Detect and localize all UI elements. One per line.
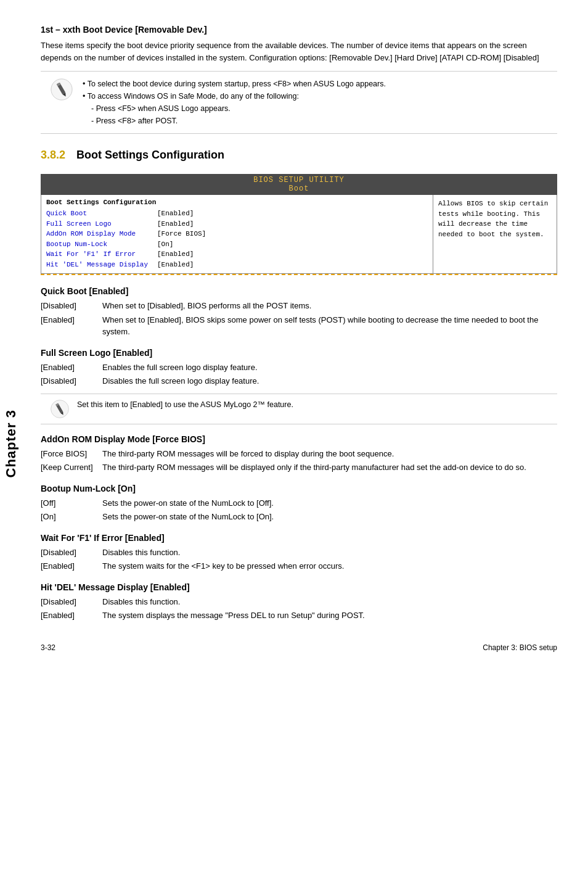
def-row: [Disabled] Disables the full screen logo… xyxy=(41,375,557,387)
def-row: [Enabled] The system displays the messag… xyxy=(41,609,557,622)
bootup-numlock-heading: Bootup Num-Lock [On] xyxy=(41,484,557,493)
def-row: [Off] Sets the power-on state of the Num… xyxy=(41,497,557,510)
def-desc: Disables this function. xyxy=(102,547,557,559)
def-term: [Enabled] xyxy=(41,609,102,622)
addon-rom-section: AddOn ROM Display Mode [Force BIOS] [For… xyxy=(41,434,557,474)
bios-item-full-screen: Full Screen Logo [Enabled] xyxy=(46,219,428,229)
bootup-numlock-defs: [Off] Sets the power-on state of the Num… xyxy=(41,497,557,523)
def-term: [Enabled] xyxy=(41,361,102,374)
def-term: [On] xyxy=(41,511,102,523)
bios-item-bootup-numlock: Bootup Num-Lock [On] xyxy=(46,239,428,250)
footer-chapter-label: Chapter 3: BIOS setup xyxy=(483,643,557,652)
top-section-heading: 1st – xxth Boot Device [Removable Dev.] xyxy=(41,25,557,35)
top-section-body: These items specify the boot device prio… xyxy=(41,39,557,64)
def-desc: The system displays the message "Press D… xyxy=(102,609,557,622)
wait-f1-heading: Wait For 'F1' If Error [Enabled] xyxy=(41,533,557,543)
footer-page-number: 3-32 xyxy=(41,643,55,652)
bios-tab-label: Boot xyxy=(289,184,309,193)
boot-config-section: 3.8.2 Boot Settings Configuration BIOS S… xyxy=(41,149,557,275)
section-number: 3.8.2 xyxy=(41,149,65,162)
quick-boot-section: Quick Boot [Enabled] [Disabled] When set… xyxy=(41,286,557,338)
def-term: [Enabled] xyxy=(41,314,102,338)
note-bullet-1: • To select the boot device during syste… xyxy=(83,78,386,90)
bios-item-hit-del: Hit 'DEL' Message Display [Enabled] xyxy=(46,260,428,270)
def-term: [Disabled] xyxy=(41,375,102,387)
def-term: [Off] xyxy=(41,497,102,510)
quick-boot-defs: [Disabled] When set to [Disabled], BIOS … xyxy=(41,300,557,338)
bios-table: BIOS SETUP UTILITY Boot Boot Settings Co… xyxy=(41,174,557,275)
hit-del-section: Hit 'DEL' Message Display [Enabled] [Dis… xyxy=(41,582,557,622)
wait-f1-defs: [Disabled] Disables this function. [Enab… xyxy=(41,547,557,572)
def-desc: The third-party ROM messages will be for… xyxy=(102,448,557,460)
def-row: [Disabled] Disables this function. xyxy=(41,596,557,608)
def-desc: Enables the full screen logo display fea… xyxy=(102,361,557,374)
page-container: Chapter 3 1st – xxth Boot Device [Remova… xyxy=(0,0,588,887)
pen-icon-small xyxy=(50,399,70,419)
top-note-box: • To select the boot device during syste… xyxy=(41,71,557,134)
bios-left-col: Boot Settings Configuration Quick Boot [… xyxy=(41,195,433,273)
full-screen-logo-heading: Full Screen Logo [Enabled] xyxy=(41,348,557,358)
def-desc: Sets the power-on state of the NumLock t… xyxy=(102,497,557,510)
def-desc: The system waits for the <F1> key to be … xyxy=(102,560,557,572)
top-note-content: • To select the boot device during syste… xyxy=(83,78,386,127)
addon-rom-defs: [Force BIOS] The third-party ROM message… xyxy=(41,448,557,474)
hit-del-heading: Hit 'DEL' Message Display [Enabled] xyxy=(41,582,557,592)
bios-header-label: BIOS SETUP UTILITY xyxy=(253,176,345,184)
def-desc: Sets the power-on state of the NumLock t… xyxy=(102,511,557,523)
bios-left-title: Boot Settings Configuration xyxy=(46,199,428,206)
full-screen-logo-section: Full Screen Logo [Enabled] [Enabled] Ena… xyxy=(41,348,557,424)
page-footer: 3-32 Chapter 3: BIOS setup xyxy=(41,640,557,652)
def-row: [Enabled] The system waits for the <F1> … xyxy=(41,560,557,572)
note-bullet-2: • To access Windows OS in Safe Mode, do … xyxy=(83,90,386,102)
full-screen-logo-defs: [Enabled] Enables the full screen logo d… xyxy=(41,361,557,387)
small-note-text: Set this item to [Enabled] to use the AS… xyxy=(77,399,293,411)
section-title: Boot Settings Configuration xyxy=(76,149,224,162)
def-desc: The third-party ROM messages will be dis… xyxy=(102,461,557,474)
def-term: [Enabled] xyxy=(41,560,102,572)
chapter-sidebar: Chapter 3 xyxy=(0,0,22,887)
pen-icon xyxy=(50,78,73,101)
bios-item-wait-f1: Wait For 'F1' If Error [Enabled] xyxy=(46,249,428,260)
def-desc: When set to [Enabled], BIOS skips some p… xyxy=(102,314,557,338)
bios-right-col: Allows BIOS to skip certain tests while … xyxy=(433,195,557,273)
def-row: [Force BIOS] The third-party ROM message… xyxy=(41,448,557,460)
bootup-numlock-section: Bootup Num-Lock [On] [Off] Sets the powe… xyxy=(41,484,557,523)
chapter-label: Chapter 3 xyxy=(3,410,19,477)
def-row: [Disabled] When set to [Disabled], BIOS … xyxy=(41,300,557,312)
bios-item-addon-rom: AddOn ROM Display Mode [Force BIOS] xyxy=(46,229,428,239)
def-row: [Enabled] When set to [Enabled], BIOS sk… xyxy=(41,314,557,338)
note-box-small: Set this item to [Enabled] to use the AS… xyxy=(41,394,557,424)
def-row: [Keep Current] The third-party ROM messa… xyxy=(41,461,557,474)
def-row: [Disabled] Disables this function. xyxy=(41,547,557,559)
def-term: [Disabled] xyxy=(41,300,102,312)
bios-table-header: BIOS SETUP UTILITY Boot xyxy=(41,174,557,195)
def-desc: When set to [Disabled], BIOS performs al… xyxy=(102,300,557,312)
def-term: [Keep Current] xyxy=(41,461,102,474)
hit-del-defs: [Disabled] Disables this function. [Enab… xyxy=(41,596,557,622)
note-subbullet-1: - Press <F5> when ASUS Logo appears. xyxy=(83,102,386,115)
wait-f1-section: Wait For 'F1' If Error [Enabled] [Disabl… xyxy=(41,533,557,572)
bios-item-quick-boot: Quick Boot [Enabled] xyxy=(46,208,428,219)
def-row: [On] Sets the power-on state of the NumL… xyxy=(41,511,557,523)
content-area: 1st – xxth Boot Device [Removable Dev.] … xyxy=(22,0,588,887)
def-desc: Disables this function. xyxy=(102,596,557,608)
bios-dashed-border xyxy=(41,274,557,275)
def-term: [Disabled] xyxy=(41,547,102,559)
addon-rom-heading: AddOn ROM Display Mode [Force BIOS] xyxy=(41,434,557,444)
def-row: [Enabled] Enables the full screen logo d… xyxy=(41,361,557,374)
bios-table-body: Boot Settings Configuration Quick Boot [… xyxy=(41,195,557,274)
def-term: [Disabled] xyxy=(41,596,102,608)
note-subbullet-2: - Press <F8> after POST. xyxy=(83,115,386,127)
def-term: [Force BIOS] xyxy=(41,448,102,460)
def-desc: Disables the full screen logo display fe… xyxy=(102,375,557,387)
quick-boot-heading: Quick Boot [Enabled] xyxy=(41,286,557,296)
